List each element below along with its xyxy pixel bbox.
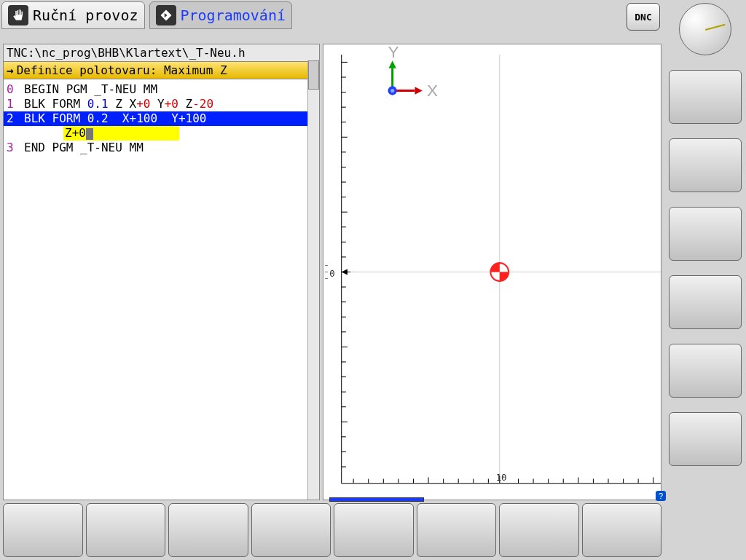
vertical-softkey-5[interactable]	[669, 344, 742, 398]
svg-marker-53	[342, 269, 348, 275]
main-area: TNC:\nc_prog\BHB\Klartext\_T-Neu.h → Def…	[0, 44, 664, 500]
right-sidebar	[664, 0, 746, 560]
bottom-softkey-bar: ?	[0, 500, 664, 560]
svg-marker-60	[389, 60, 396, 68]
softkey-f3[interactable]	[168, 503, 248, 557]
text-cursor	[86, 128, 93, 140]
editor-scrollbar[interactable]	[307, 60, 319, 500]
svg-text:Y: Y	[388, 44, 398, 61]
hand-icon	[8, 5, 28, 25]
program-editor: TNC:\nc_prog\BHB\Klartext\_T-Neu.h → Def…	[3, 44, 320, 500]
graphics-view[interactable]: 0 10 X Y	[323, 44, 661, 500]
vertical-softkey-2[interactable]	[669, 138, 742, 192]
dnc-label: DNC	[635, 12, 651, 23]
tab-label: Programování	[181, 7, 286, 24]
vertical-softkey-3[interactable]	[669, 207, 742, 261]
code-line-continuation: Z+0	[4, 126, 319, 141]
svg-marker-57	[415, 87, 423, 94]
softkey-f8[interactable]	[582, 503, 662, 557]
clock-face-icon	[679, 3, 731, 55]
vertical-softkey-6[interactable]	[669, 412, 742, 466]
softkey-f4[interactable]	[251, 503, 331, 557]
softkey-page-indicator[interactable]	[329, 497, 424, 502]
softkey-f2[interactable]	[86, 503, 166, 557]
svg-text:0: 0	[329, 269, 334, 279]
active-input-field[interactable]: Z+0	[63, 126, 179, 141]
help-icon[interactable]: ?	[656, 491, 666, 501]
code-line-selected: 2 BLK FORM 0.2 X+100 Y+100	[4, 111, 319, 126]
file-path-bar: TNC:\nc_prog\BHB\Klartext\_T-Neu.h	[4, 44, 319, 62]
svg-text:10: 10	[496, 473, 507, 483]
prompt-text: Definice polotovaru: Maximum Z	[17, 63, 227, 77]
axis-plot: 0 10 X Y	[323, 44, 661, 500]
tab-manual-mode[interactable]: Ruční provoz	[1, 1, 145, 29]
dnc-button[interactable]: DNC	[627, 3, 660, 31]
code-listing[interactable]: 0 BEGIN PGM _T-NEU MM 1 BLK FORM 0.1 Z X…	[4, 79, 319, 500]
code-line: 0 BEGIN PGM _T-NEU MM	[4, 82, 319, 97]
svg-text:X: X	[427, 82, 438, 100]
vertical-softkey-4[interactable]	[669, 275, 742, 329]
scrollbar-thumb[interactable]	[308, 60, 319, 90]
tab-programming[interactable]: Programování	[149, 1, 293, 29]
vertical-softkey-1[interactable]	[669, 70, 742, 124]
softkey-f6[interactable]	[417, 503, 497, 557]
svg-point-63	[390, 89, 394, 92]
code-line: 3 END PGM _T-NEU MM	[4, 141, 319, 155]
header-bar: Ruční provoz Programování DNC	[0, 0, 664, 44]
arrow-right-icon: →	[7, 63, 14, 77]
softkey-f5[interactable]	[334, 503, 414, 557]
softkey-f7[interactable]	[499, 503, 579, 557]
diamond-arrow-icon	[156, 5, 176, 25]
code-line: 1 BLK FORM 0.1 Z X+0 Y+0 Z-20	[4, 97, 319, 111]
input-prompt-bar: → Definice polotovaru: Maximum Z	[4, 62, 319, 79]
softkey-f1[interactable]	[3, 503, 83, 557]
tab-label: Ruční provoz	[33, 7, 138, 24]
